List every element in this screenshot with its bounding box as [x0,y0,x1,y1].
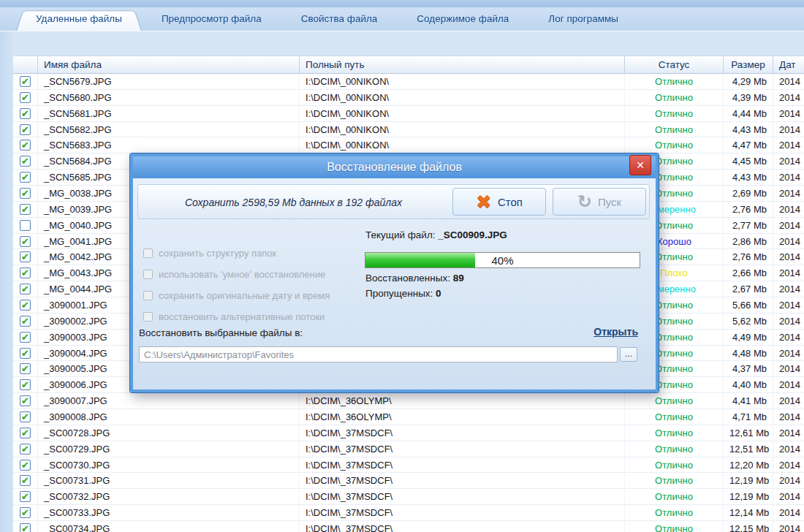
open-link[interactable]: Открыть [593,326,638,338]
table-row[interactable]: ✔_SC00731.JPGI:\DCIM\_37MSDCF\Отлично12,… [13,473,804,489]
row-checkbox[interactable]: ✔ [13,90,38,105]
header-fullpath[interactable]: Полный путь [300,56,625,73]
dialog-title: Восстановление файлов [133,156,656,178]
row-checkbox[interactable]: ✔ [13,346,38,361]
cell-date: 2014 [773,90,804,105]
table-row[interactable]: ✔_SCN5681.JPGI:\DCIM\_00NIKON\Отлично4,4… [13,106,804,122]
cell-date: 2014 [773,122,804,137]
table-row[interactable]: ✔_SC00730.JPGI:\DCIM\_37MSDCF\Отлично12,… [13,457,804,474]
row-checkbox[interactable]: ✔ [13,137,38,153]
current-file-line: Текущий файл: _SC00909.JPG [365,229,507,240]
tab-5[interactable]: Лог программы [528,7,638,31]
row-checkbox[interactable]: ✔ [13,153,38,169]
cell-size: 4,40 Mb [724,377,773,392]
option-checkbox-1[interactable]: сохранить структуру папок [143,243,330,264]
row-checkbox[interactable]: ✔ [13,377,38,392]
cell-size: 2,86 Mb [724,234,773,249]
row-checkbox[interactable]: ✔ [13,489,38,504]
cell-status: Отлично [625,137,724,153]
checkbox-checked-icon: ✔ [20,92,31,103]
table-row[interactable]: ✔_SCN5679.JPGI:\DCIM\_00NIKON\Отлично4,2… [13,74,804,90]
table-row[interactable]: ✔_SCN5680.JPGI:\DCIM\_00NIKON\Отлично4,3… [13,90,804,106]
cell-date: 2014 [773,281,804,297]
table-row[interactable]: ✔_SC00733.JPGI:\DCIM\_37MSDCF\Отлично12,… [13,505,804,521]
row-checkbox[interactable] [13,218,38,233]
table-row[interactable]: ✔_3090008.JPGI:\DCIM\_36OLYMP\Отлично4,7… [13,409,804,425]
stop-button[interactable]: ✖ Стоп [452,188,546,216]
start-swirl-icon: ↻ [577,193,592,210]
close-icon[interactable]: ✕ [629,155,651,175]
row-checkbox[interactable]: ✔ [13,425,38,441]
tab-4[interactable]: Содержимое файла [397,7,528,31]
row-checkbox[interactable]: ✔ [13,393,38,408]
checkbox-checked-icon: ✔ [20,428,31,438]
tab-1[interactable]: Удаленные файлы [16,7,142,31]
table-row[interactable]: ✔_SC00734.JPGI:\DCIM\_37MSDCF\Отлично12,… [13,521,804,532]
cell-date: 2014 [773,441,804,457]
stop-button-label: Стоп [498,196,523,208]
row-checkbox[interactable]: ✔ [13,202,38,217]
row-checkbox[interactable]: ✔ [13,106,38,121]
cell-size: 12,51 Mb [724,441,773,457]
tab-2[interactable]: Предпросмотр файла [142,7,281,31]
browse-button[interactable]: ... [620,347,637,362]
table-row[interactable]: ✔_3090007.JPGI:\DCIM\_36OLYMP\Отлично4,4… [13,393,804,409]
cell-size: 12,15 Mb [724,521,773,532]
row-checkbox[interactable]: ✔ [13,409,38,425]
row-checkbox[interactable]: ✔ [13,473,38,488]
option-checkbox-3[interactable]: сохранить оригинальные дату и время [143,285,330,306]
checkbox-checked-icon: ✔ [20,251,31,262]
row-checkbox[interactable]: ✔ [13,249,38,265]
table-row[interactable]: ✔_SCN5683.JPGI:\DCIM\_00NIKON\Отлично4,4… [13,137,804,153]
cell-status: Отлично [625,521,724,532]
row-checkbox[interactable]: ✔ [13,330,38,345]
cell-status: Отлично [625,425,724,441]
cell-filename: _SC00730.JPG [38,457,300,473]
destination-path-input[interactable] [139,346,618,362]
cell-fullpath: I:\DCIM\_37MSDCF\ [300,425,625,441]
checkbox-checked-icon: ✔ [20,236,31,247]
table-row[interactable]: ✔_SC00728.JPGI:\DCIM\_37MSDCF\Отлично12,… [13,425,804,441]
row-checkbox[interactable]: ✔ [13,281,38,297]
header-date[interactable]: Дат [773,56,804,73]
row-checkbox[interactable]: ✔ [13,74,38,89]
cell-status: Отлично [625,457,724,473]
cell-status: Отлично [625,122,724,137]
header-filename[interactable]: Имяя файла [38,56,300,73]
recovery-dialog: Восстановление файлов ✕ Сохранить 2598,5… [130,153,659,392]
table-row[interactable]: ✔_SC00729.JPGI:\DCIM\_37MSDCF\Отлично12,… [13,441,804,457]
cell-size: 5,62 Mb [724,314,773,329]
row-checkbox[interactable]: ✔ [13,265,38,281]
cell-status: Отлично [625,106,724,121]
tab-3[interactable]: Свойства файла [281,7,398,31]
row-checkbox[interactable]: ✔ [13,170,38,185]
table-row[interactable]: ✔_SC00732.JPGI:\DCIM\_37MSDCF\Отлично12,… [13,489,804,505]
cell-size: 4,45 Mb [724,153,773,169]
row-checkbox[interactable]: ✔ [13,297,38,313]
header-status[interactable]: Статус [625,56,724,73]
cell-date: 2014 [773,457,804,473]
option-checkbox-2[interactable]: использовать 'умное' восстановление [143,264,330,285]
cell-fullpath: I:\DCIM\_37MSDCF\ [300,521,625,532]
start-button[interactable]: ↻ Пуск [553,188,646,216]
checkbox-unchecked-icon [20,220,31,231]
table-row[interactable]: ✔_SCN5682.JPGI:\DCIM\_00NIKON\Отлично4,4… [13,122,804,138]
row-checkbox[interactable]: ✔ [13,441,38,457]
row-checkbox[interactable]: ✔ [13,234,38,249]
cell-filename: _SC00734.JPG [38,521,300,532]
row-checkbox[interactable]: ✔ [13,361,38,376]
header-size[interactable]: Размер [724,56,773,73]
row-checkbox[interactable]: ✔ [13,186,38,201]
row-checkbox[interactable]: ✔ [13,314,38,329]
row-checkbox[interactable]: ✔ [13,122,38,137]
row-checkbox[interactable]: ✔ [13,505,38,520]
cell-status: Отлично [625,74,724,89]
checkbox-checked-icon: ✔ [20,444,31,455]
row-checkbox[interactable]: ✔ [13,521,38,532]
cell-size: 12,14 Mb [724,505,773,520]
row-checkbox[interactable]: ✔ [13,457,38,473]
option-checkbox-4[interactable]: восстановить альтернативные потоки [143,306,330,327]
checkbox-checked-icon: ✔ [20,411,31,422]
cell-date: 2014 [773,505,804,520]
cell-size: 12,20 Mb [724,457,773,473]
